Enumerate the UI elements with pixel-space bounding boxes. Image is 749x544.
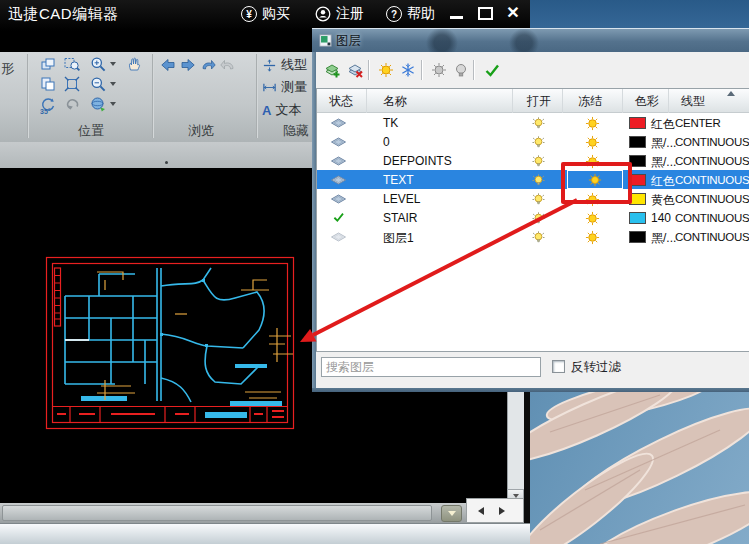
scroll-left-button[interactable] bbox=[478, 507, 484, 515]
redo-button[interactable] bbox=[218, 56, 238, 74]
layer-row-level[interactable]: LEVEL 黄色 CONTINUOUS bbox=[317, 189, 749, 208]
dialog-titlebar[interactable]: 图层 bbox=[312, 28, 749, 52]
layer-on-toggle[interactable] bbox=[531, 154, 546, 169]
header-color[interactable]: 色彩 bbox=[623, 89, 669, 113]
zoom-window-button[interactable] bbox=[62, 55, 82, 73]
status-bar bbox=[0, 523, 530, 544]
layer-linetype[interactable]: CONTINUOUS bbox=[675, 212, 749, 224]
offset-icon bbox=[262, 58, 277, 73]
back-button[interactable] bbox=[158, 56, 178, 74]
layer-row-defpoints[interactable]: DEFPOINTS 黑/... CONTINUOUS bbox=[317, 151, 749, 170]
layer-linetype[interactable]: CONTINUOUS bbox=[675, 136, 749, 148]
layer-color-swatch[interactable] bbox=[629, 136, 646, 148]
orbit-dropdown[interactable] bbox=[110, 102, 116, 106]
zoom-in-dropdown[interactable] bbox=[110, 62, 116, 66]
undo-button[interactable] bbox=[198, 56, 218, 74]
layer-color-name: 黑/... bbox=[651, 154, 676, 171]
forward-button[interactable] bbox=[178, 56, 198, 74]
delete-layer-button[interactable] bbox=[345, 61, 364, 79]
layer-linetype[interactable]: CONTINUOUS bbox=[675, 174, 749, 186]
layer-row-layer1[interactable]: 图层1 黑/... CONTINUOUS bbox=[317, 227, 749, 246]
layer-color-swatch[interactable] bbox=[629, 117, 646, 129]
move-copy-button[interactable] bbox=[38, 55, 58, 73]
invert-filter-checkbox[interactable] bbox=[552, 360, 565, 373]
maximize-button[interactable] bbox=[474, 3, 496, 23]
close-button[interactable] bbox=[502, 3, 524, 23]
layer-linetype[interactable]: CENTER bbox=[675, 117, 720, 129]
annotation-highlight-rect bbox=[561, 162, 632, 204]
buy-button[interactable]: 购买 bbox=[241, 4, 290, 24]
layers-dialog: 图层 状态 名称 打开 冻结 色彩 线型 bbox=[312, 28, 749, 392]
zoom-extents-button[interactable] bbox=[62, 75, 82, 93]
toolbar-separator bbox=[473, 60, 475, 80]
paste-button[interactable] bbox=[38, 75, 58, 93]
layer-status-icon bbox=[330, 193, 347, 205]
header-on[interactable]: 打开 bbox=[513, 89, 563, 113]
bulb-gray-icon bbox=[453, 62, 469, 78]
collapse-panel-button[interactable] bbox=[441, 505, 462, 522]
layer-name: 0 bbox=[383, 135, 390, 149]
layer-off-button[interactable] bbox=[451, 61, 470, 79]
header-linetype[interactable]: 线型 bbox=[669, 89, 749, 113]
layer-status-icon bbox=[330, 155, 347, 167]
horizontal-scroll-thumb[interactable] bbox=[2, 505, 432, 521]
freeze-layer-button[interactable] bbox=[398, 61, 417, 79]
paste-icon bbox=[40, 76, 56, 92]
layer-on-toggle[interactable] bbox=[531, 173, 546, 188]
hand-icon bbox=[126, 56, 142, 72]
current-layer-check-icon bbox=[330, 211, 347, 223]
register-button[interactable]: 注册 bbox=[315, 4, 364, 24]
header-freeze[interactable]: 冻结 bbox=[563, 89, 623, 113]
layer-on-toggle[interactable] bbox=[531, 230, 546, 245]
layer-color-swatch[interactable] bbox=[629, 212, 646, 224]
text-item[interactable]: A 文本 bbox=[262, 101, 301, 119]
layer-on-toggle[interactable] bbox=[531, 135, 546, 150]
layer-name: LEVEL bbox=[383, 192, 420, 206]
pan-button[interactable] bbox=[124, 55, 144, 73]
layer-freeze-toggle[interactable] bbox=[585, 230, 600, 245]
layer-linetype[interactable]: CONTINUOUS bbox=[675, 155, 749, 167]
layer-row-0[interactable]: 0 黑/... CONTINUOUS bbox=[317, 132, 749, 151]
ribbon-divider bbox=[256, 54, 258, 138]
layer-linetype[interactable]: CONTINUOUS bbox=[675, 231, 749, 243]
previous-view-button[interactable] bbox=[62, 95, 82, 113]
section-label-position: 位置 bbox=[78, 122, 104, 140]
help-button[interactable]: 帮助 bbox=[386, 4, 435, 24]
layer-freeze-toggle[interactable] bbox=[585, 135, 600, 150]
layer-row-stair-current[interactable]: STAIR 140 CONTINUOUS bbox=[317, 208, 749, 227]
layer-color-swatch[interactable] bbox=[629, 231, 646, 243]
layer-freeze-toggle[interactable] bbox=[585, 116, 600, 131]
zoom-in-button[interactable] bbox=[88, 55, 108, 73]
snowflake-icon bbox=[400, 62, 416, 78]
zoom-out-button[interactable] bbox=[88, 75, 108, 93]
sphere-icon bbox=[90, 96, 106, 112]
zoom-out-dropdown[interactable] bbox=[110, 82, 116, 86]
measure-item[interactable]: 测量 bbox=[262, 78, 307, 96]
layer-on-button[interactable] bbox=[429, 61, 448, 79]
layer-row-text-selected[interactable]: TEXT 红色 CONTINUOUS bbox=[317, 170, 749, 189]
zoom-in-icon bbox=[90, 56, 106, 72]
add-layer-button[interactable] bbox=[322, 61, 341, 79]
search-layers-input[interactable] bbox=[321, 357, 541, 377]
set-current-layer-button[interactable] bbox=[482, 61, 501, 79]
layer-on-toggle[interactable] bbox=[531, 211, 546, 226]
layer-on-toggle[interactable] bbox=[531, 116, 546, 131]
layer-color-name: 黑/... bbox=[651, 230, 676, 247]
thaw-layer-button[interactable] bbox=[376, 61, 395, 79]
scroll-right-button[interactable] bbox=[499, 507, 505, 515]
sun-icon bbox=[378, 62, 394, 78]
linetype-item[interactable]: 线型 bbox=[262, 56, 307, 74]
header-name[interactable]: 名称 bbox=[367, 89, 513, 113]
minimize-button[interactable] bbox=[446, 3, 468, 23]
layer-freeze-toggle[interactable] bbox=[585, 211, 600, 226]
layer-list-header: 状态 名称 打开 冻结 色彩 线型 bbox=[317, 89, 749, 113]
layer-row-tk[interactable]: TK 红色 CENTER bbox=[317, 113, 749, 132]
redo-icon bbox=[220, 57, 236, 73]
dialog-title: 图层 bbox=[336, 33, 361, 50]
layer-linetype[interactable]: CONTINUOUS bbox=[675, 193, 749, 205]
register-label: 注册 bbox=[336, 5, 364, 23]
arrow-right-icon bbox=[180, 57, 196, 73]
3d-orbit-button[interactable] bbox=[88, 95, 108, 113]
layer-on-toggle[interactable] bbox=[531, 192, 546, 207]
header-status[interactable]: 状态 bbox=[317, 89, 367, 113]
